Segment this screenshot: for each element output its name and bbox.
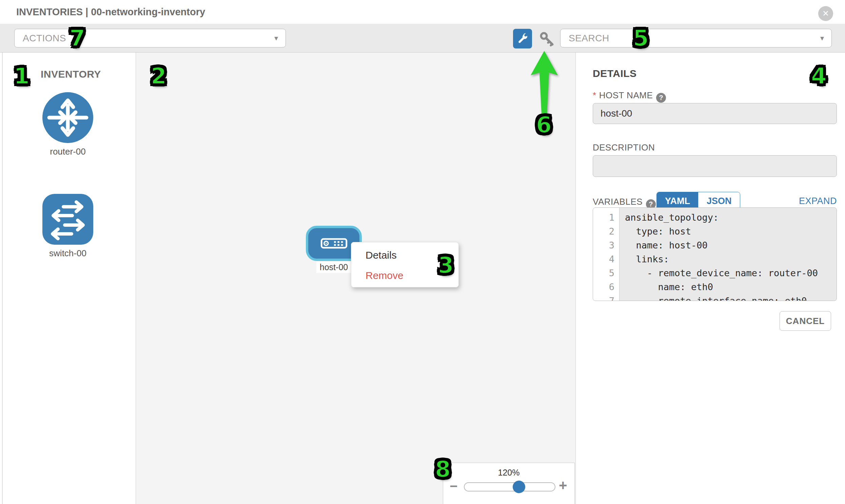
- actions-dropdown-label: ACTIONS: [23, 29, 66, 47]
- router-icon: [42, 138, 93, 144]
- inventory-heading: INVENTORY: [41, 69, 101, 80]
- page-header: INVENTORIES | 00-networking-inventory ✕: [0, 0, 845, 24]
- sidebar-item-switch[interactable]: [42, 194, 93, 246]
- editor-line-text: type: host: [625, 224, 837, 238]
- actions-dropdown[interactable]: ACTIONS ▾: [14, 29, 286, 48]
- editor-line-number: 4: [593, 252, 619, 266]
- sidebar-item-router-label: router-00: [29, 146, 107, 157]
- editor-line-text: name: host-00: [625, 238, 837, 252]
- variables-editor[interactable]: 1234567 ansible_topology: type: host nam…: [593, 208, 837, 301]
- editor-line-text: ansible_topology:: [625, 211, 837, 224]
- editor-line-text: remote_interface_name: eth0: [625, 294, 837, 301]
- editor-line-number: 1: [593, 211, 619, 224]
- zoom-in-button[interactable]: +: [559, 477, 567, 493]
- editor-line-number: 6: [593, 280, 619, 294]
- breadcrumb: INVENTORIES | 00-networking-inventory: [16, 0, 205, 24]
- toolbar: ACTIONS ▾ SEARCH ▾: [0, 24, 845, 53]
- editor-line-number: 2: [593, 224, 619, 238]
- editor-line-numbers: 1234567: [593, 208, 619, 301]
- description-label: DESCRIPTION: [593, 142, 655, 153]
- search-dropdown[interactable]: SEARCH ▾: [560, 29, 832, 48]
- editor-line-text: links:: [625, 252, 837, 266]
- cancel-button[interactable]: CANCEL: [779, 311, 831, 331]
- inventory-topology-app: INVENTORIES | 00-networking-inventory ✕ …: [0, 0, 845, 504]
- context-menu: Details Remove: [351, 242, 459, 287]
- expand-link[interactable]: EXPAND: [762, 196, 837, 206]
- description-input[interactable]: [593, 155, 837, 177]
- editor-line-number: 5: [593, 266, 619, 280]
- zoom-out-button[interactable]: −: [450, 479, 457, 494]
- host-name-label: *HOST NAME?: [593, 90, 666, 103]
- zoom-slider-thumb[interactable]: [513, 481, 525, 493]
- wrench-button[interactable]: [513, 29, 532, 49]
- zoom-level-label: 120%: [443, 468, 575, 478]
- zoom-slider-track[interactable]: [464, 482, 556, 491]
- sidebar-edge-line: [2, 53, 3, 504]
- sidebar-item-switch-label: switch-00: [29, 248, 107, 258]
- editor-line-text: name: eth0: [625, 280, 837, 294]
- editor-line-text: - remote_device_name: router-00: [625, 266, 837, 280]
- context-menu-item-details[interactable]: Details: [351, 245, 458, 265]
- chevron-down-icon: ▾: [820, 29, 824, 47]
- editor-code: ansible_topology: type: host name: host-…: [619, 208, 837, 301]
- chevron-down-icon: ▾: [274, 29, 278, 47]
- host-name-input[interactable]: [593, 103, 837, 124]
- details-heading: DETAILS: [593, 68, 637, 79]
- help-icon[interactable]: ?: [656, 93, 666, 103]
- editor-line-number: 3: [593, 238, 619, 252]
- required-asterisk: *: [593, 90, 596, 100]
- switch-icon: [42, 240, 93, 246]
- close-icon[interactable]: ✕: [818, 6, 833, 21]
- context-menu-item-remove[interactable]: Remove: [351, 265, 458, 286]
- key-icon[interactable]: [539, 31, 556, 48]
- editor-line-number: 7: [593, 294, 619, 301]
- search-dropdown-label: SEARCH: [569, 29, 609, 47]
- sidebar-item-router[interactable]: [42, 92, 93, 144]
